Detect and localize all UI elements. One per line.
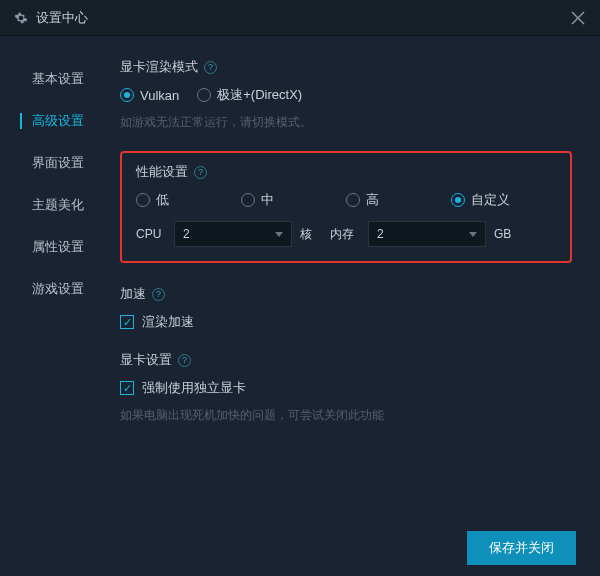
checkbox-icon <box>120 381 134 395</box>
titlebar: 设置中心 <box>0 0 600 36</box>
cpu-label: CPU <box>136 227 166 241</box>
footer: 保存并关闭 <box>0 520 600 576</box>
cpu-unit: 核 <box>300 226 322 243</box>
radio-custom[interactable]: 自定义 <box>451 191 556 209</box>
help-icon[interactable]: ? <box>178 354 191 367</box>
checkbox-render-accel[interactable]: 渲染加速 <box>120 313 572 331</box>
sidebar-item-theme[interactable]: 主题美化 <box>0 184 106 226</box>
help-icon[interactable]: ? <box>194 166 207 179</box>
sidebar-item-ui[interactable]: 界面设置 <box>0 142 106 184</box>
render-title: 显卡渲染模式 <box>120 58 198 76</box>
sidebar: 基本设置 高级设置 界面设置 主题美化 属性设置 游戏设置 <box>0 36 106 520</box>
help-icon[interactable]: ? <box>204 61 217 74</box>
help-icon[interactable]: ? <box>152 288 165 301</box>
checkbox-force-gpu[interactable]: 强制使用独立显卡 <box>120 379 572 397</box>
radio-low[interactable]: 低 <box>136 191 241 209</box>
checkbox-icon <box>120 315 134 329</box>
render-section: 显卡渲染模式 ? Vulkan 极速+(DirectX) 如游戏无法正常运行，请… <box>120 58 572 131</box>
gpu-hint: 如果电脑出现死机加快的问题，可尝试关闭此功能 <box>120 407 572 424</box>
save-close-button[interactable]: 保存并关闭 <box>467 531 576 565</box>
radio-high[interactable]: 高 <box>346 191 451 209</box>
cpu-dropdown[interactable]: 2 <box>174 221 292 247</box>
performance-section: 性能设置 ? 低 中 高 自定义 CPU 2 核 内存 2 <box>120 151 572 263</box>
mem-label: 内存 <box>330 226 360 243</box>
sidebar-item-property[interactable]: 属性设置 <box>0 226 106 268</box>
mem-dropdown[interactable]: 2 <box>368 221 486 247</box>
perf-title: 性能设置 <box>136 163 188 181</box>
content: 显卡渲染模式 ? Vulkan 极速+(DirectX) 如游戏无法正常运行，请… <box>106 36 600 520</box>
radio-directx[interactable]: 极速+(DirectX) <box>197 86 302 104</box>
accel-title: 加速 <box>120 285 146 303</box>
sidebar-item-advanced[interactable]: 高级设置 <box>0 100 106 142</box>
sidebar-item-basic[interactable]: 基本设置 <box>0 58 106 100</box>
radio-mid[interactable]: 中 <box>241 191 346 209</box>
accel-section: 加速 ? 渲染加速 <box>120 285 572 331</box>
chevron-down-icon <box>275 232 283 237</box>
render-hint: 如游戏无法正常运行，请切换模式。 <box>120 114 572 131</box>
mem-unit: GB <box>494 227 516 241</box>
window-title: 设置中心 <box>36 9 570 27</box>
close-icon[interactable] <box>570 10 586 26</box>
gpu-title: 显卡设置 <box>120 351 172 369</box>
chevron-down-icon <box>469 232 477 237</box>
sidebar-item-game[interactable]: 游戏设置 <box>0 268 106 310</box>
radio-vulkan[interactable]: Vulkan <box>120 88 179 103</box>
gear-icon <box>14 11 28 25</box>
gpu-section: 显卡设置 ? 强制使用独立显卡 如果电脑出现死机加快的问题，可尝试关闭此功能 <box>120 351 572 424</box>
